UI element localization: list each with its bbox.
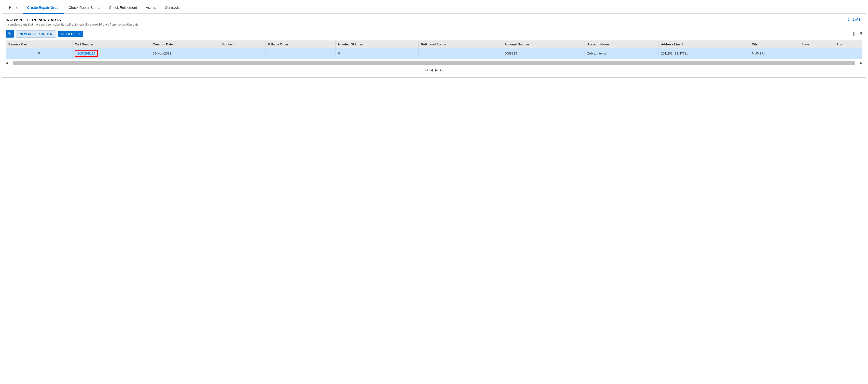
- pagination-controls: ⏮ ◀ ▶ ⏭: [6, 67, 862, 73]
- cell-account-name: Zebra Internal: [585, 48, 658, 59]
- col-header-pro: Pro: [834, 41, 862, 48]
- col-header-contact: Contact: [220, 41, 266, 48]
- navigation-bar: Home Create Repair Order Check Repair St…: [2, 2, 866, 14]
- remove-cart-button[interactable]: ✕: [8, 51, 70, 56]
- table-header-row: Remove Cart Cart Number Creation Date Co…: [6, 41, 862, 48]
- cell-number-of-lines: 0: [336, 48, 418, 59]
- main-content: INCOMPLETE REPAIR CARTS Incomplete carts…: [2, 14, 866, 77]
- toolbar: 🔍 NEW REPAIR ORDER NEED HELP ⦀ ↺: [6, 30, 862, 38]
- col-header-city: City: [749, 41, 799, 48]
- repair-carts-table: Remove Cart Cart Number Creation Date Co…: [6, 41, 862, 59]
- col-header-remove-cart: Remove Cart: [6, 41, 72, 48]
- nav-item-check-repair-status[interactable]: Check Repair Status: [64, 2, 104, 14]
- cell-remove-cart: ✕: [6, 48, 72, 59]
- nav-item-home[interactable]: Home: [5, 2, 23, 14]
- col-header-number-of-lines: Number Of Lines: [336, 41, 418, 48]
- col-header-billable-order: Billable Order: [266, 41, 336, 48]
- nav-item-contracts[interactable]: Contracts: [160, 2, 184, 14]
- scroll-left-arrow[interactable]: ◀: [6, 61, 8, 65]
- cell-bulk-load-status: [418, 48, 502, 59]
- search-button[interactable]: 🔍: [6, 30, 14, 38]
- cell-pro: [834, 48, 862, 59]
- prev-page-button[interactable]: ◀: [430, 68, 433, 72]
- nav-item-create-repair-order[interactable]: Create Repair Order: [23, 2, 64, 14]
- new-repair-order-button[interactable]: NEW REPAIR ORDER: [16, 30, 56, 38]
- data-table-wrapper: Remove Cart Cart Number Creation Date Co…: [6, 40, 862, 59]
- last-page-button[interactable]: ⏭: [440, 68, 443, 72]
- pagination-info: 1 - 1 of 1: [848, 18, 862, 21]
- section-title: INCOMPLETE REPAIR CARTS: [6, 18, 139, 22]
- cell-contact: [220, 48, 266, 59]
- col-header-state: State: [799, 41, 834, 48]
- section-subtitle: Incomplete carts that have not been subm…: [6, 23, 139, 26]
- scrollbar-area: ◀ ▶ ⏮ ◀ ▶ ⏭: [6, 59, 862, 73]
- columns-icon[interactable]: ⦀: [852, 31, 854, 37]
- toolbar-left: 🔍 NEW REPAIR ORDER NEED HELP: [6, 30, 83, 38]
- col-header-account-number: Account Number: [502, 41, 585, 48]
- cell-cart-number: 1-2C26B126: [72, 48, 150, 59]
- scroll-right-arrow[interactable]: ▶: [860, 61, 862, 65]
- cell-account-number: 6088923: [502, 48, 585, 59]
- cell-state: [799, 48, 834, 59]
- cart-number-link[interactable]: 1-2C26B126: [75, 50, 98, 57]
- nav-item-assets[interactable]: Assets: [141, 2, 160, 14]
- col-header-creation-date: Creation Date: [150, 41, 220, 48]
- col-header-bulk-load-status: Bulk Load Status: [418, 41, 502, 48]
- icon-controls: ⦀ ↺: [852, 31, 862, 37]
- cell-address-line1: 201/202, SENTIN...: [658, 48, 749, 59]
- col-header-address-line1: Address Line 1: [658, 41, 749, 48]
- col-header-cart-number: Cart Number: [72, 41, 150, 48]
- need-help-button[interactable]: NEED HELP: [58, 31, 83, 37]
- horizontal-scrollbar[interactable]: [13, 61, 855, 65]
- search-icon: 🔍: [8, 32, 12, 36]
- nav-item-check-entitlement[interactable]: Check Entitlement: [105, 2, 142, 14]
- icon-divider: [856, 31, 856, 36]
- cell-billable-order: [266, 48, 336, 59]
- next-page-button[interactable]: ▶: [435, 68, 438, 72]
- col-header-account-name: Account Name: [585, 41, 658, 48]
- refresh-icon[interactable]: ↺: [858, 31, 862, 37]
- first-page-button[interactable]: ⏮: [425, 68, 428, 72]
- cell-creation-date: 09-Nov-2023: [150, 48, 220, 59]
- table-row: ✕ 1-2C26B126 09-Nov-2023 0 6088923 Zebra…: [6, 48, 862, 59]
- cell-city: MUMBAI: [749, 48, 799, 59]
